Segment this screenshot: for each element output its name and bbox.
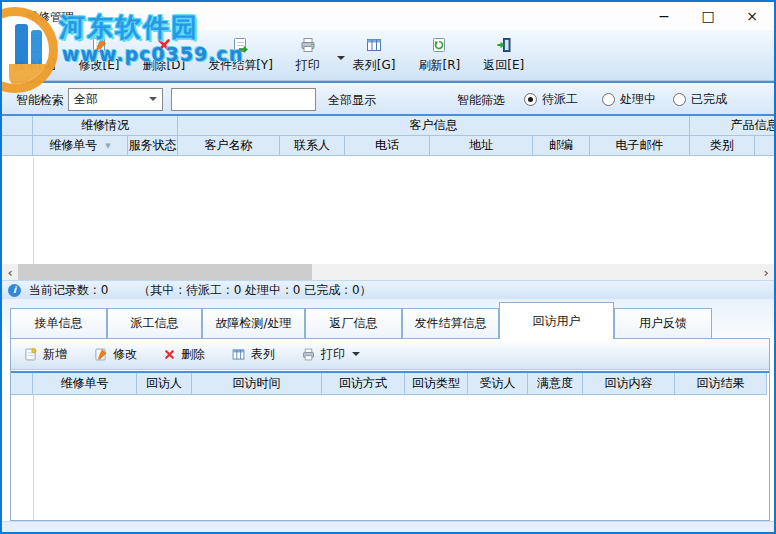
search-keyword-input[interactable]: [171, 88, 316, 111]
return-icon: [495, 36, 513, 54]
column-header-phone[interactable]: 电话: [345, 136, 430, 156]
radio-completed-label: 已完成: [691, 91, 727, 108]
repair-management-window: 维修管理 − □ × 接单[A] 修改[E] 删除[D] 发件结算[Y] 打印: [0, 0, 776, 534]
repair-orders-table: 维修情况 客户信息 产品信息 维修单号 ▼ 服务状态 客户名称 联系人 电话 地…: [2, 114, 774, 264]
smart-filter-label: 智能筛选: [457, 92, 505, 109]
send-settlement-label: 发件结算[Y]: [208, 57, 273, 74]
receive-order-label: 接单[A]: [14, 57, 56, 74]
group-header-product: 产品信息: [690, 116, 774, 136]
print-button-main[interactable]: 打印: [288, 32, 328, 79]
bottom-strip: [2, 521, 774, 532]
refresh-icon: [430, 36, 448, 54]
column-header-visit-result[interactable]: 回访结果: [675, 373, 767, 395]
receive-order-button[interactable]: 接单[A]: [6, 32, 64, 79]
add-icon: [23, 347, 38, 362]
tab-fault-detection[interactable]: 故障检测/处理: [202, 308, 305, 338]
info-icon: i: [8, 284, 21, 297]
column-header-satisfaction[interactable]: 满意度: [528, 373, 583, 395]
horizontal-scrollbar[interactable]: ‹ ›: [2, 264, 774, 280]
column-header-visit-content[interactable]: 回访内容: [583, 373, 675, 395]
minimize-button[interactable]: −: [642, 2, 686, 30]
detail-print-label: 打印: [321, 346, 345, 363]
radio-selected-icon[interactable]: [524, 93, 537, 106]
detail-print-button[interactable]: 打印: [301, 346, 360, 363]
column-header-email[interactable]: 电子邮件: [590, 136, 690, 156]
edit-icon: [93, 347, 108, 362]
scroll-left-icon[interactable]: ‹: [2, 264, 18, 280]
columns-icon: [231, 347, 246, 362]
tab-settlement-info[interactable]: 发件结算信息: [402, 308, 499, 338]
close-button[interactable]: ×: [730, 2, 774, 30]
print-button[interactable]: 打印: [288, 32, 345, 79]
delete-button[interactable]: 删除[D]: [135, 32, 194, 79]
detail-toolbar: 新增 修改 删除 表列 打印: [11, 339, 769, 370]
column-header-interviewee[interactable]: 受访人: [468, 373, 528, 395]
return-label: 返回[E]: [483, 57, 524, 74]
scrollbar-thumb[interactable]: [18, 264, 312, 280]
radio-pending-label: 待派工: [542, 91, 578, 108]
column-header-repair-no[interactable]: 维修单号: [33, 373, 137, 395]
row-indicator-header: [11, 373, 33, 395]
maximize-button[interactable]: □: [686, 2, 730, 30]
print-dropdown-arrow-icon[interactable]: [337, 56, 345, 64]
record-breakdown-text: （其中 : 待派工 : 0 处理中 : 0 已完成 : 0）: [138, 282, 371, 299]
refresh-button[interactable]: 刷新[R]: [411, 32, 469, 79]
column-header-address[interactable]: 地址: [430, 136, 533, 156]
sort-down-icon[interactable]: ▼: [105, 142, 110, 150]
modify-label: 修改[E]: [79, 57, 120, 74]
follow-up-table-body: [11, 395, 769, 520]
column-header-visit-type[interactable]: 回访类型: [405, 373, 468, 395]
radio-unselected-icon[interactable]: [673, 93, 686, 106]
column-header-visit-time[interactable]: 回访时间: [192, 373, 322, 395]
radio-completed[interactable]: 已完成: [673, 91, 727, 108]
radio-pending-dispatch[interactable]: 待派工: [524, 91, 578, 108]
tab-follow-up-visit[interactable]: 回访用户: [499, 302, 614, 339]
indicator-column-divider: [33, 395, 34, 520]
modify-button[interactable]: 修改[E]: [71, 32, 128, 79]
refresh-label: 刷新[R]: [419, 57, 461, 74]
repair-no-label: 维修单号: [49, 137, 97, 154]
column-header-category[interactable]: 类别: [690, 136, 755, 156]
show-all-label[interactable]: 全部显示: [328, 92, 376, 109]
detail-add-button[interactable]: 新增: [23, 346, 67, 363]
detail-columns-button[interactable]: 表列: [231, 346, 275, 363]
column-header-contact[interactable]: 联系人: [280, 136, 345, 156]
column-header-visitor[interactable]: 回访人: [137, 373, 192, 395]
detail-delete-button[interactable]: 删除: [163, 346, 205, 363]
column-header-repair-no[interactable]: 维修单号 ▼: [33, 136, 128, 156]
detail-modify-label: 修改: [113, 346, 137, 363]
tab-dispatch-info[interactable]: 派工信息: [107, 308, 202, 338]
send-settlement-button[interactable]: 发件结算[Y]: [200, 32, 281, 79]
tab-return-factory[interactable]: 返厂信息: [305, 308, 402, 338]
column-header-row: 维修单号 ▼ 服务状态 客户名称 联系人 电话 地址 邮编 电子邮件 类别 品: [2, 136, 774, 156]
detail-modify-button[interactable]: 修改: [93, 346, 137, 363]
search-category-select[interactable]: 全部: [68, 88, 163, 111]
group-header-customer: 客户信息: [178, 116, 690, 136]
column-header-service-status[interactable]: 服务状态: [128, 136, 178, 156]
radio-processing[interactable]: 处理中: [602, 91, 656, 108]
follow-up-panel: 新增 修改 删除 表列 打印 维修单号 回访人 回: [10, 338, 770, 521]
tab-receive-info[interactable]: 接单信息: [10, 308, 107, 338]
window-controls: − □ ×: [642, 2, 774, 30]
receive-order-icon: [26, 36, 44, 54]
columns-button[interactable]: 表列[G]: [345, 32, 404, 79]
printer-icon: [301, 347, 316, 362]
delete-label: 删除[D]: [143, 57, 186, 74]
print-dropdown-arrow-icon[interactable]: [352, 352, 360, 360]
print-label: 打印: [296, 57, 320, 74]
indicator-column-divider: [33, 158, 34, 264]
record-count-text: 当前记录数 : 0: [29, 282, 108, 299]
search-category-value: 全部: [74, 91, 98, 108]
detail-columns-label: 表列: [251, 346, 275, 363]
send-settlement-icon: [231, 36, 249, 54]
column-header-brand[interactable]: 品: [755, 136, 774, 156]
radio-unselected-icon[interactable]: [602, 93, 615, 106]
printer-icon: [299, 36, 317, 54]
detail-add-label: 新增: [43, 346, 67, 363]
column-header-zipcode[interactable]: 邮编: [533, 136, 590, 156]
scroll-right-icon[interactable]: ›: [758, 264, 774, 280]
return-button[interactable]: 返回[E]: [475, 32, 532, 79]
column-header-customer-name[interactable]: 客户名称: [178, 136, 280, 156]
tab-user-feedback[interactable]: 用户反馈: [614, 308, 712, 338]
column-header-visit-method[interactable]: 回访方式: [322, 373, 405, 395]
